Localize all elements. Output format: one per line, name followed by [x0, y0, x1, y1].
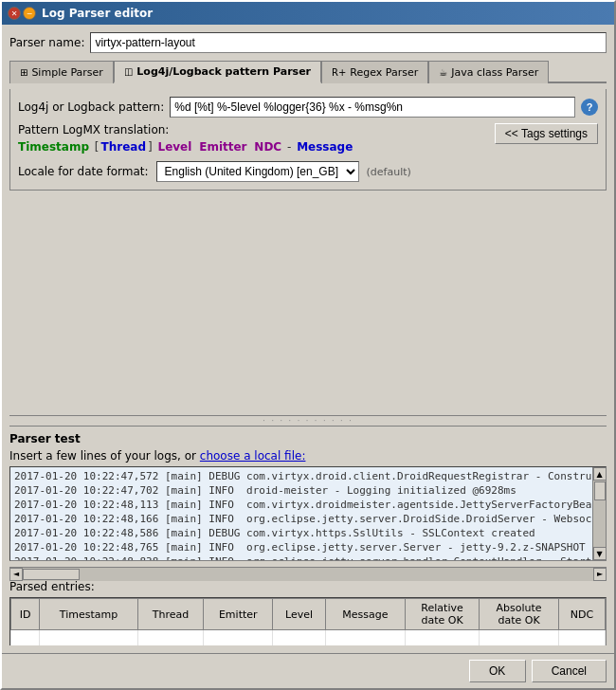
translation-left: Pattern LogMX translation: Timestamp [ T… [18, 123, 495, 154]
log-input-area[interactable]: 2017-01-20 10:22:47,572 [main] DEBUG com… [9, 466, 607, 561]
tab-simple-label: Simple Parser [31, 66, 102, 79]
help-button[interactable]: ? [581, 99, 598, 116]
log-lines: 2017-01-20 10:22:47,572 [main] DEBUG com… [10, 467, 606, 561]
log-line: 2017-01-20 10:22:48,113 [main] INFO com.… [12, 498, 604, 512]
cell [273, 630, 326, 646]
scroll-down-arrow[interactable]: ▼ [593, 547, 607, 560]
scroll-track[interactable] [593, 481, 607, 547]
scroll-up-arrow[interactable]: ▲ [593, 467, 607, 481]
col-timestamp: Timestamp [40, 599, 137, 630]
regex-icon: R+ [332, 67, 346, 78]
cell [137, 630, 204, 646]
scroll-thumb[interactable] [594, 481, 606, 500]
token-timestamp: Timestamp [18, 140, 89, 154]
pattern-input[interactable] [170, 97, 575, 118]
col-absolute-date: Absolutedate OK [480, 599, 559, 630]
content-area: Parser name: ⊞ Simple Parser ◫ Log4j/Log… [2, 25, 614, 653]
cancel-button[interactable]: Cancel [532, 660, 607, 682]
pattern-row: Log4j or Logback pattern: ? [18, 97, 598, 118]
token-message: Message [297, 140, 353, 154]
parsed-entries-table: ID Timestamp Thread Emitter Level Messag… [10, 598, 606, 645]
scroll-thumb-h[interactable] [23, 569, 80, 580]
table-row [11, 630, 606, 646]
log-horizontal-scrollbar[interactable]: ◄ ► [9, 567, 607, 580]
footer: OK Cancel [2, 653, 614, 688]
scroll-left-arrow[interactable]: ◄ [9, 568, 23, 581]
cell [405, 630, 479, 646]
title-bar: ✕ − Log Parser editor [2, 2, 614, 25]
col-message: Message [325, 599, 405, 630]
token-sep-5: - [283, 140, 295, 154]
tab-regex[interactable]: R+ Regex Parser [321, 61, 428, 83]
token-sep-4 [249, 140, 253, 154]
resize-handle[interactable]: · · · · · · · · · · · [9, 415, 607, 427]
tab-panel: Log4j or Logback pattern: ? Pattern LogM… [9, 89, 607, 191]
log-line: 2017-01-20 10:22:48,765 [main] INFO org.… [12, 540, 604, 554]
close-button[interactable]: ✕ [8, 7, 21, 20]
tab-bar: ⊞ Simple Parser ◫ Log4j/Logback pattern … [9, 59, 607, 83]
locale-select[interactable]: English (United Kingdom) [en_GB] [156, 161, 359, 182]
log-line: 2017-01-20 10:22:48,166 [main] INFO org.… [12, 512, 604, 526]
token-emitter: Emitter [199, 140, 246, 154]
cell [325, 630, 405, 646]
ok-button[interactable]: OK [469, 660, 526, 682]
log-line: 2017-01-20 10:22:48,586 [main] DEBUG com… [12, 526, 604, 540]
cell [11, 630, 40, 646]
choose-file-link[interactable]: choose a local file: [200, 449, 306, 463]
scroll-track-h[interactable] [23, 568, 593, 581]
token-thread: Thread [101, 140, 146, 154]
parser-name-row: Parser name: [9, 32, 607, 53]
parsed-entries-table-container: ID Timestamp Thread Emitter Level Messag… [9, 597, 607, 645]
col-id: ID [11, 599, 40, 630]
pattern-tokens: Timestamp [ Thread ] Level Emitter NDC -… [18, 140, 495, 154]
log-line: 2017-01-20 10:22:47,702 [main] INFO droi… [12, 483, 604, 498]
col-level: Level [273, 599, 326, 630]
parser-name-input[interactable] [90, 32, 607, 53]
col-emitter: Emitter [204, 599, 273, 630]
parser-test-title: Parser test [9, 432, 607, 445]
log4j-icon: ◫ [124, 66, 133, 77]
simple-parser-icon: ⊞ [20, 67, 27, 78]
tab-simple[interactable]: ⊞ Simple Parser [9, 61, 114, 83]
tab-log4j-label: Log4j/Logback pattern Parser [136, 65, 311, 78]
log-vertical-scrollbar[interactable]: ▲ ▼ [592, 467, 606, 560]
log-line: 2017-01-20 10:22:47,572 [main] DEBUG com… [12, 469, 604, 483]
tab-log4j[interactable]: ◫ Log4j/Logback pattern Parser [114, 61, 321, 83]
window-controls: ✕ − [8, 7, 36, 20]
token-sep-3 [193, 140, 197, 154]
locale-row: Locale for date format: English (United … [18, 161, 598, 182]
parser-test-section: Parser test Insert a few lines of your l… [9, 432, 607, 645]
insert-text: Insert a few lines of your logs, or [9, 449, 196, 463]
cell [558, 630, 605, 646]
pattern-label: Log4j or Logback pattern: [18, 100, 164, 114]
locale-default: (default) [367, 166, 411, 178]
cell [480, 630, 559, 646]
translation-label: Pattern LogMX translation: [18, 123, 495, 136]
token-level: Level [158, 140, 192, 154]
col-thread: Thread [137, 599, 204, 630]
parser-name-label: Parser name: [9, 36, 84, 49]
tab-regex-label: Regex Parser [350, 66, 418, 79]
table-header: ID Timestamp Thread Emitter Level Messag… [11, 599, 606, 630]
token-sep-2: ] [148, 140, 156, 154]
parsed-entries-section: Parsed entries: ID Timestamp Thread Emit… [9, 580, 607, 645]
scroll-right-arrow[interactable]: ► [593, 568, 607, 581]
tags-settings-button[interactable]: << Tags settings [495, 123, 598, 144]
token-ndc: NDC [254, 140, 281, 154]
tab-java-label: Java class Parser [451, 66, 538, 79]
resize-dots-icon: · · · · · · · · · · · [263, 417, 353, 426]
token-sep-1: [ [91, 140, 100, 154]
window-title: Log Parser editor [42, 7, 153, 20]
table-body [11, 630, 606, 646]
table-header-row: ID Timestamp Thread Emitter Level Messag… [11, 599, 606, 630]
main-window: ✕ − Log Parser editor Parser name: ⊞ Sim… [0, 0, 616, 690]
minimize-button[interactable]: − [23, 7, 36, 20]
col-ndc: NDC [558, 599, 605, 630]
col-relative-date: Relativedate OK [405, 599, 479, 630]
locale-label: Locale for date format: [18, 165, 149, 178]
tab-java[interactable]: ☕ Java class Parser [428, 61, 549, 83]
translation-section: Pattern LogMX translation: Timestamp [ T… [18, 123, 598, 154]
spacer-area [9, 196, 607, 409]
insert-row: Insert a few lines of your logs, or choo… [9, 449, 607, 463]
cell [204, 630, 273, 646]
